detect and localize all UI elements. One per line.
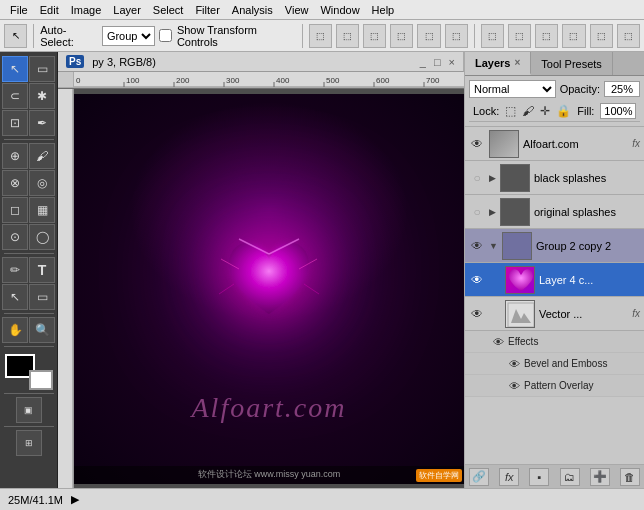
group-arrow-black[interactable]: ▶ [489, 173, 496, 183]
lock-position-icon[interactable]: ✛ [540, 104, 550, 118]
tool-gradient[interactable]: ▦ [29, 197, 55, 223]
group-arrow-group2[interactable]: ▼ [489, 241, 498, 251]
layer-item-original-splashes[interactable]: ○ ▶ original splashes [465, 195, 644, 229]
layer-item-vector[interactable]: 👁 Vector ... fx [465, 297, 644, 331]
distribute-btn-1[interactable]: ⬚ [481, 24, 504, 48]
effects-eye[interactable]: 👁 [493, 336, 504, 348]
delete-layer-btn[interactable]: 🗑 [620, 468, 640, 486]
tool-heal[interactable]: ⊕ [2, 143, 28, 169]
svg-text:700: 700 [426, 76, 440, 85]
align-btn-2[interactable]: ⬚ [336, 24, 359, 48]
layer-item-black-splashes[interactable]: ○ ▶ black splashes [465, 161, 644, 195]
add-link-btn[interactable]: 🔗 [469, 468, 489, 486]
screen-mode-btn[interactable]: ⊞ [16, 430, 42, 456]
menu-analysis[interactable]: Analysis [226, 4, 279, 16]
tool-hand[interactable]: ✋ [2, 317, 28, 343]
tab-layers[interactable]: Layers × [465, 52, 531, 75]
tool-text[interactable]: T [29, 257, 55, 283]
svg-text:500: 500 [326, 76, 340, 85]
align-btn-1[interactable]: ⬚ [309, 24, 332, 48]
blend-mode-select[interactable]: Normal [469, 80, 556, 98]
fill-input[interactable] [600, 103, 636, 119]
effect-bevel-emboss[interactable]: 👁 Bevel and Emboss [465, 353, 644, 375]
svg-rect-24 [508, 303, 534, 327]
tool-pen[interactable]: ✏ [2, 257, 28, 283]
layer-item-layer4c[interactable]: 👁 Layer 4 c... [465, 263, 644, 297]
lock-image-icon[interactable]: 🖌 [522, 104, 534, 118]
status-arrow[interactable]: ▶ [71, 493, 79, 506]
canvas-min-btn[interactable]: _ [420, 56, 426, 68]
layer-item-group2copy2[interactable]: 👁 ▼ Group 2 copy 2 [465, 229, 644, 263]
menu-layer[interactable]: Layer [107, 4, 147, 16]
toolbar: ↖ Auto-Select: Group Show Transform Cont… [0, 20, 644, 52]
align-btn-4[interactable]: ⬚ [390, 24, 413, 48]
distribute-btn-2[interactable]: ⬚ [508, 24, 531, 48]
menu-window[interactable]: Window [314, 4, 365, 16]
menu-help[interactable]: Help [366, 4, 401, 16]
new-group-btn[interactable]: 🗂 [560, 468, 580, 486]
layer-eye-group2copy2[interactable]: 👁 [469, 238, 485, 254]
layer-eye-original-splashes[interactable]: ○ [469, 204, 485, 220]
tab-layers-close[interactable]: × [514, 57, 520, 68]
effect-pattern-overlay[interactable]: 👁 Pattern Overlay [465, 375, 644, 397]
menu-filter[interactable]: Filter [189, 4, 225, 16]
show-transform-controls-checkbox[interactable] [159, 29, 172, 42]
tool-move[interactable]: ↖ [2, 56, 28, 82]
tool-lasso[interactable]: ⊂ [2, 83, 28, 109]
canvas-max-btn[interactable]: □ [434, 56, 441, 68]
quick-mask-btn[interactable]: ▣ [16, 397, 42, 423]
tab-tool-presets[interactable]: Tool Presets [531, 52, 613, 75]
layer-item-alfoart[interactable]: 👁 Alfoart.com fx [465, 127, 644, 161]
menu-edit[interactable]: Edit [34, 4, 65, 16]
tool-eyedropper[interactable]: ✒ [29, 110, 55, 136]
align-btn-3[interactable]: ⬚ [363, 24, 386, 48]
tool-marquee[interactable]: ▭ [29, 56, 55, 82]
layer-eye-layer4c[interactable]: 👁 [469, 272, 485, 288]
distribute-btn-4[interactable]: ⬚ [562, 24, 585, 48]
watermark: 软件设计论坛 www.missy yuan.com [74, 466, 464, 484]
canvas-close-btn[interactable]: × [449, 56, 455, 68]
tool-zoom[interactable]: 🔍 [29, 317, 55, 343]
auto-select-dropdown[interactable]: Group [102, 26, 155, 46]
tool-blur[interactable]: ⊙ [2, 224, 28, 250]
tool-shape[interactable]: ▭ [29, 284, 55, 310]
layer-eye-vector[interactable]: 👁 [469, 306, 485, 322]
menu-view[interactable]: View [279, 4, 315, 16]
distribute-btn-6[interactable]: ⬚ [617, 24, 640, 48]
main-area: ↖ ▭ ⊂ ✱ ⊡ ✒ ⊕ 🖌 ⊗ ◎ ◻ ▦ ⊙ ◯ ✏ [0, 52, 644, 488]
menu-select[interactable]: Select [147, 4, 190, 16]
tool-crop[interactable]: ⊡ [2, 110, 28, 136]
lock-all-icon[interactable]: 🔒 [556, 104, 571, 118]
align-btn-6[interactable]: ⬚ [445, 24, 468, 48]
menu-file[interactable]: File [4, 4, 34, 16]
layers-list: 👁 Alfoart.com fx ○ ▶ black splashes ○ ▶ … [465, 127, 644, 464]
tool-dodge[interactable]: ◯ [29, 224, 55, 250]
pattern-eye[interactable]: 👁 [509, 380, 520, 392]
group-arrow-original[interactable]: ▶ [489, 207, 496, 217]
bevel-eye[interactable]: 👁 [509, 358, 520, 370]
align-btn-5[interactable]: ⬚ [417, 24, 440, 48]
tool-sep-6 [4, 426, 54, 427]
background-color[interactable] [29, 370, 53, 390]
fx-btn[interactable]: fx [499, 468, 519, 486]
auto-select-label: Auto-Select: [40, 24, 98, 48]
opacity-input[interactable] [604, 81, 640, 97]
svg-line-22 [219, 284, 234, 294]
layer-eye-alfoart[interactable]: 👁 [469, 136, 485, 152]
tool-path-select[interactable]: ↖ [2, 284, 28, 310]
add-mask-btn[interactable]: ▪ [529, 468, 549, 486]
tool-brush[interactable]: 🖌 [29, 143, 55, 169]
tool-clone[interactable]: ⊗ [2, 170, 28, 196]
svg-text:100: 100 [126, 76, 140, 85]
lock-transparent-icon[interactable]: ⬚ [505, 104, 516, 118]
tool-history[interactable]: ◎ [29, 170, 55, 196]
layer-eye-black-splashes[interactable]: ○ [469, 170, 485, 186]
move-tool-btn[interactable]: ↖ [4, 24, 27, 48]
tool-eraser[interactable]: ◻ [2, 197, 28, 223]
color-picker[interactable] [5, 354, 53, 390]
distribute-btn-3[interactable]: ⬚ [535, 24, 558, 48]
tool-quick-select[interactable]: ✱ [29, 83, 55, 109]
distribute-btn-5[interactable]: ⬚ [590, 24, 613, 48]
menu-image[interactable]: Image [65, 4, 108, 16]
new-layer-btn[interactable]: ➕ [590, 468, 610, 486]
